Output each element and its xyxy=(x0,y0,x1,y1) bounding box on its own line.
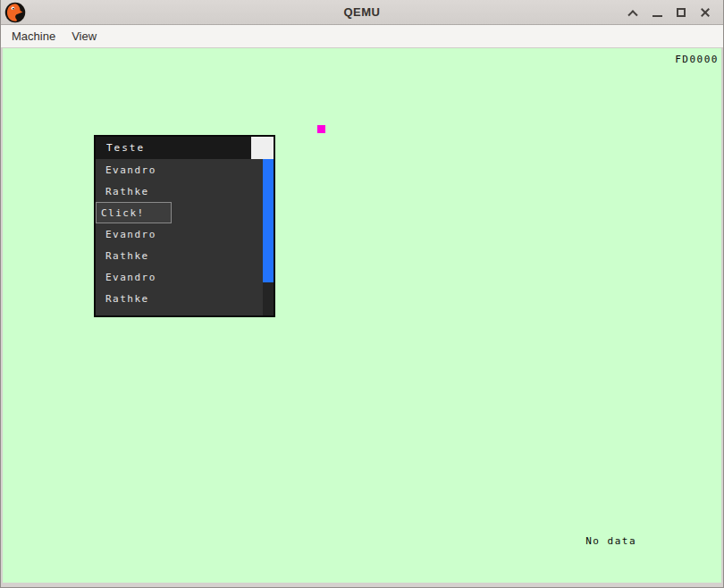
list-item[interactable]: Rathke xyxy=(96,288,263,309)
maximize-button[interactable] xyxy=(672,3,690,22)
list-item-label: Rathke xyxy=(105,186,149,197)
vm-display[interactable]: FD0000 Teste Evandro Rathke Click! Evand… xyxy=(3,48,721,583)
teste-scrollbar-thumb[interactable] xyxy=(263,159,274,282)
status-label-no-data: No data xyxy=(585,535,636,547)
menu-bar: Machine View xyxy=(1,25,723,48)
chevron-up-icon xyxy=(627,10,637,20)
window-controls xyxy=(624,3,723,22)
teste-scrollbar[interactable] xyxy=(263,159,274,315)
teste-titlebar[interactable]: Teste xyxy=(96,137,274,159)
maximize-icon xyxy=(677,8,686,17)
click-button[interactable]: Click! xyxy=(96,202,172,223)
qemu-window: QEMU Machine View FD0000 Teste Evandro R… xyxy=(0,0,724,588)
teste-list: Evandro Rathke Click! Evandro Rathke Eva… xyxy=(96,159,263,309)
qemu-logo-icon xyxy=(4,2,26,23)
minimize-button[interactable] xyxy=(648,3,666,22)
list-item-label: Evandro xyxy=(105,272,156,283)
teste-window: Teste Evandro Rathke Click! Evandro Rath… xyxy=(94,135,275,317)
shade-button[interactable] xyxy=(624,3,642,22)
minimize-icon xyxy=(652,15,662,17)
close-icon xyxy=(700,7,711,18)
list-item[interactable]: Rathke xyxy=(96,245,263,266)
list-item-label: Rathke xyxy=(105,250,149,262)
list-item-label: Rathke xyxy=(105,293,149,305)
window-titlebar[interactable]: QEMU xyxy=(1,0,723,25)
list-item[interactable]: Evandro xyxy=(96,223,263,245)
teste-body: Evandro Rathke Click! Evandro Rathke Eva… xyxy=(96,159,274,315)
status-label-fd: FD0000 xyxy=(675,54,719,65)
teste-title: Teste xyxy=(96,142,145,154)
window-title: QEMU xyxy=(1,5,723,19)
close-button[interactable] xyxy=(696,3,714,22)
list-item[interactable]: Rathke xyxy=(96,181,263,202)
guest-cursor-block xyxy=(317,125,325,133)
list-item-label: Evandro xyxy=(105,229,156,240)
list-item[interactable]: Evandro xyxy=(96,159,263,181)
list-item[interactable]: Evandro xyxy=(96,266,263,288)
menu-machine[interactable]: Machine xyxy=(12,29,55,43)
list-item-label: Evandro xyxy=(105,164,156,176)
teste-titlebar-button[interactable] xyxy=(251,137,274,159)
list-item: Click! xyxy=(96,202,263,223)
menu-view[interactable]: View xyxy=(72,29,97,43)
